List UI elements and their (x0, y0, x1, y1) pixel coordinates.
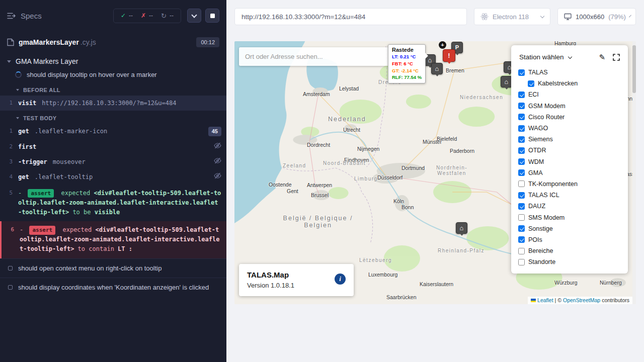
checkbox-icon[interactable] (518, 203, 525, 210)
checkbox-icon[interactable] (528, 80, 534, 87)
checkbox-icon[interactable] (518, 114, 525, 120)
checkbox-icon[interactable] (518, 147, 525, 154)
layer-checkbox[interactable]: Bereiche (518, 245, 621, 256)
tooltip-title: Rastede (392, 47, 422, 53)
stat-failed: ✗-- (141, 12, 153, 19)
tooltip-measure-row: GT: -2.14 °C (392, 67, 422, 74)
layer-checkbox[interactable]: TALAS ICL (518, 190, 621, 201)
layer-checkbox[interactable]: DAUZ (518, 201, 621, 212)
map-marker[interactable]: ! (443, 49, 455, 62)
cypress-reporter: Specs ✓-- ✗-- ↻-- gmaMarkersLayer .cy.js… (0, 0, 226, 362)
info-icon[interactable]: i (335, 274, 346, 285)
layer-checkbox[interactable]: Cisco Router (518, 112, 621, 123)
spec-file-icon (7, 38, 14, 46)
checkbox-icon[interactable] (518, 180, 525, 187)
section-test-body[interactable]: TEST BODY (0, 111, 226, 124)
layer-label: TALAS (528, 69, 548, 76)
caret-down-icon (7, 60, 11, 63)
layer-checkbox[interactable]: OTDR (518, 145, 621, 156)
layer-checkbox[interactable]: TALAS (518, 67, 621, 78)
marker-glyph-icon: ! (448, 52, 450, 59)
layer-checkbox[interactable]: TK-Komponenten (518, 178, 621, 190)
checkbox-icon[interactable] (518, 136, 525, 143)
layer-label: Siemens (528, 136, 553, 143)
command-get-tooltip[interactable]: 4 get .leaflet-tooltip (0, 169, 226, 185)
collapse-button[interactable] (187, 9, 201, 23)
pending-square-icon (8, 266, 13, 270)
layer-checkbox[interactable]: WDM (518, 156, 621, 167)
spec-header[interactable]: gmaMarkersLayer .cy.js 00:12 (0, 31, 226, 54)
layer-label: ECI (528, 91, 539, 98)
command-visit[interactable]: 1 visit http://192.168.10.33:3000/?m=12&… (0, 96, 226, 111)
assert-failed-row[interactable]: 6 - assert expected <div#leaflet-tooltip… (0, 221, 226, 258)
invisible-eye-icon (210, 142, 221, 149)
map-marker[interactable]: + (439, 41, 446, 49)
pending-test-row[interactable]: should display coordinates when 'Koordin… (0, 278, 226, 297)
layer-label: GMA (528, 169, 542, 176)
command-trigger[interactable]: 3 -trigger mouseover (0, 154, 226, 169)
layer-label: SMS Modem (528, 214, 565, 221)
checkbox-icon[interactable] (518, 248, 525, 254)
osm-link[interactable]: OpenStreetMap (563, 297, 600, 303)
map-attribution: Leaflet | © OpenStreetMap contributors (528, 297, 632, 304)
checkbox-icon[interactable] (518, 259, 525, 265)
layer-checkbox[interactable]: Sonstige (518, 223, 621, 234)
station-select-dropdown[interactable]: Station wählen (519, 53, 564, 61)
test-active[interactable]: should display tooltip on hover over a m… (0, 68, 226, 82)
specs-title[interactable]: Specs (21, 12, 42, 20)
layer-checkbox-list: TALAS Kabelstrecken ECI GSM Modem Cisco … (511, 66, 628, 267)
command-first[interactable]: 2 first (0, 139, 226, 154)
map-marker[interactable]: ⌂ (456, 222, 467, 234)
specs-menu-icon[interactable] (7, 12, 16, 20)
suite-title: GMA Markers Layer (16, 57, 78, 65)
refresh-icon: ↻ (161, 12, 167, 20)
layer-checkbox[interactable]: POIs (518, 234, 621, 245)
fullscreen-icon[interactable] (613, 54, 620, 61)
marker-glyph-icon: ⌂ (505, 78, 509, 85)
layer-checkbox[interactable]: GMA (518, 167, 621, 178)
layer-checkbox[interactable]: Siemens (518, 134, 621, 145)
suite-gma-markers-layer[interactable]: GMA Markers Layer (0, 54, 226, 68)
checkbox-icon[interactable] (518, 125, 525, 132)
tooltip-measure-row: FBT: 6 °C (392, 60, 422, 67)
layer-checkbox[interactable]: SMS Modem (518, 212, 621, 223)
leaflet-map[interactable]: HamburgBremenHannoverNiedersachsenDrenth… (234, 41, 636, 304)
command-get-marker[interactable]: 1 get .leaflet-marker-icon 45 (0, 124, 226, 139)
checkbox-icon[interactable] (518, 69, 525, 76)
checkbox-icon[interactable] (518, 225, 525, 232)
map-marker[interactable]: ⌂ (501, 76, 512, 87)
checkbox-icon[interactable] (518, 192, 525, 199)
invisible-eye-icon (210, 157, 221, 164)
layer-checkbox[interactable]: Kabelstrecken (528, 78, 621, 89)
checkbox-icon[interactable] (518, 236, 525, 243)
checkbox-icon[interactable] (518, 169, 525, 176)
chevron-down-icon (540, 14, 544, 18)
marker-glyph-icon: + (441, 42, 444, 48)
x-icon: ✗ (141, 12, 146, 19)
scrollbar-thumb[interactable] (632, 45, 636, 93)
url-input[interactable]: http://192.168.10.33:3000/?m=12&u=484 (234, 8, 467, 25)
map-search-box (239, 47, 390, 66)
viewport-selector[interactable]: 1000x660 (79%) (557, 8, 636, 25)
assert-passed-row[interactable]: 5 - assert expected <div#leaflet-tooltip… (0, 185, 226, 222)
checkbox-icon[interactable] (518, 214, 525, 221)
edit-pencil-icon[interactable]: ✎ (599, 53, 605, 61)
layer-label: Bereiche (528, 247, 553, 254)
layer-checkbox[interactable]: WAGO (518, 123, 621, 134)
checkbox-icon[interactable] (518, 158, 525, 165)
scrollbar-track (632, 41, 636, 304)
pending-test-row[interactable]: should open context menu on right-click … (0, 258, 226, 278)
section-before-all[interactable]: BEFORE ALL (0, 82, 226, 96)
chevron-down-icon (629, 15, 631, 17)
map-search-input[interactable] (245, 53, 384, 60)
checkbox-icon[interactable] (518, 92, 525, 98)
layer-checkbox[interactable]: ECI (518, 89, 621, 100)
layer-checkbox[interactable]: GSM Modem (518, 101, 621, 112)
leaflet-link[interactable]: Leaflet (537, 297, 553, 303)
checkbox-icon[interactable] (518, 103, 525, 109)
layer-label: DAUZ (528, 203, 545, 210)
map-marker[interactable]: ⌂ (431, 63, 443, 74)
stop-button[interactable] (205, 9, 219, 23)
browser-selector[interactable]: Electron 118 (474, 8, 550, 25)
layer-checkbox[interactable]: Standorte (518, 256, 621, 267)
